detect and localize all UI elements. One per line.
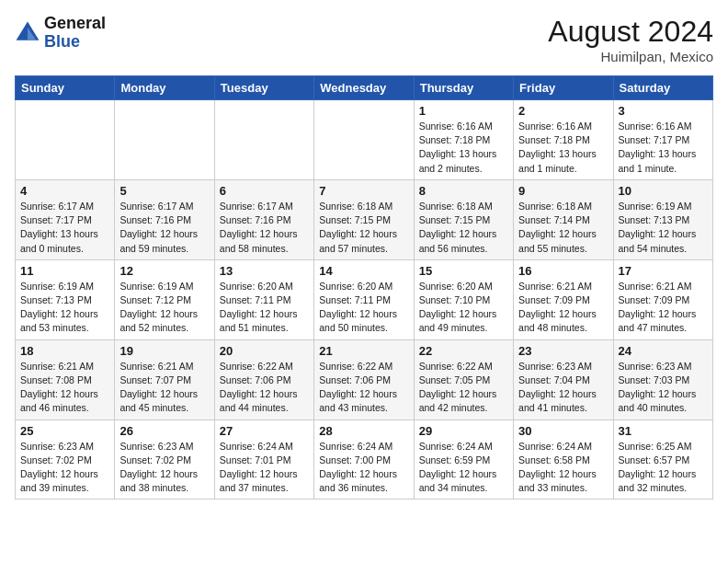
- day-number: 29: [419, 424, 508, 438]
- day-number: 30: [518, 424, 608, 438]
- day-number: 26: [119, 424, 209, 438]
- calendar-cell: 13Sunrise: 6:20 AM Sunset: 7:11 PM Dayli…: [214, 259, 313, 339]
- day-info: Sunrise: 6:16 AM Sunset: 7:17 PM Dayligh…: [619, 120, 708, 176]
- day-number: 4: [20, 184, 109, 198]
- day-info: Sunrise: 6:17 AM Sunset: 7:17 PM Dayligh…: [20, 200, 109, 256]
- day-number: 27: [220, 424, 309, 438]
- weekday-header-monday: Monday: [115, 76, 214, 100]
- day-info: Sunrise: 6:21 AM Sunset: 7:08 PM Dayligh…: [20, 360, 109, 416]
- day-number: 1: [419, 104, 508, 118]
- day-info: Sunrise: 6:20 AM Sunset: 7:10 PM Dayligh…: [419, 280, 508, 336]
- day-info: Sunrise: 6:18 AM Sunset: 7:15 PM Dayligh…: [319, 200, 408, 256]
- day-number: 24: [619, 344, 708, 358]
- calendar-cell: 28Sunrise: 6:24 AM Sunset: 7:00 PM Dayli…: [314, 419, 414, 500]
- month-year-title: August 2024: [548, 15, 713, 49]
- day-info: Sunrise: 6:23 AM Sunset: 7:03 PM Dayligh…: [619, 360, 708, 416]
- location-subtitle: Huimilpan, Mexico: [548, 49, 713, 64]
- day-number: 28: [319, 424, 408, 438]
- calendar-cell: 24Sunrise: 6:23 AM Sunset: 7:03 PM Dayli…: [613, 339, 712, 419]
- day-info: Sunrise: 6:22 AM Sunset: 7:06 PM Dayligh…: [220, 360, 309, 416]
- day-info: Sunrise: 6:21 AM Sunset: 7:09 PM Dayligh…: [518, 280, 608, 336]
- day-number: 2: [518, 104, 608, 118]
- day-info: Sunrise: 6:16 AM Sunset: 7:18 PM Dayligh…: [419, 120, 508, 176]
- day-number: 11: [20, 264, 109, 278]
- day-info: Sunrise: 6:21 AM Sunset: 7:07 PM Dayligh…: [119, 360, 209, 416]
- calendar-cell: 26Sunrise: 6:23 AM Sunset: 7:02 PM Dayli…: [115, 419, 214, 500]
- calendar-table: SundayMondayTuesdayWednesdayThursdayFrid…: [15, 75, 713, 500]
- calendar-cell: 15Sunrise: 6:20 AM Sunset: 7:10 PM Dayli…: [414, 259, 513, 339]
- calendar-cell: 10Sunrise: 6:19 AM Sunset: 7:13 PM Dayli…: [613, 179, 712, 259]
- day-number: 20: [220, 344, 309, 358]
- day-info: Sunrise: 6:23 AM Sunset: 7:04 PM Dayligh…: [518, 360, 608, 416]
- day-number: 5: [119, 184, 209, 198]
- day-info: Sunrise: 6:22 AM Sunset: 7:05 PM Dayligh…: [419, 360, 508, 416]
- day-number: 19: [119, 344, 209, 358]
- day-info: Sunrise: 6:18 AM Sunset: 7:14 PM Dayligh…: [518, 200, 608, 256]
- day-number: 21: [319, 344, 408, 358]
- weekday-header-friday: Friday: [514, 76, 613, 100]
- calendar-cell: [115, 100, 214, 180]
- day-number: 23: [518, 344, 608, 358]
- day-info: Sunrise: 6:19 AM Sunset: 7:13 PM Dayligh…: [619, 200, 708, 256]
- weekday-header-row: SundayMondayTuesdayWednesdayThursdayFrid…: [16, 76, 713, 100]
- day-info: Sunrise: 6:23 AM Sunset: 7:02 PM Dayligh…: [20, 440, 109, 496]
- calendar-week-row: 11Sunrise: 6:19 AM Sunset: 7:13 PM Dayli…: [16, 259, 713, 339]
- day-number: 7: [319, 184, 408, 198]
- weekday-header-thursday: Thursday: [414, 76, 513, 100]
- day-number: 17: [619, 264, 708, 278]
- day-number: 6: [220, 184, 309, 198]
- calendar-cell: 11Sunrise: 6:19 AM Sunset: 7:13 PM Dayli…: [16, 259, 115, 339]
- day-number: 9: [518, 184, 608, 198]
- day-info: Sunrise: 6:19 AM Sunset: 7:13 PM Dayligh…: [20, 280, 109, 336]
- calendar-cell: 1Sunrise: 6:16 AM Sunset: 7:18 PM Daylig…: [414, 100, 513, 180]
- calendar-cell: 30Sunrise: 6:24 AM Sunset: 6:58 PM Dayli…: [514, 419, 613, 500]
- calendar-cell: 8Sunrise: 6:18 AM Sunset: 7:15 PM Daylig…: [414, 179, 513, 259]
- day-number: 13: [220, 264, 309, 278]
- day-info: Sunrise: 6:17 AM Sunset: 7:16 PM Dayligh…: [119, 200, 209, 256]
- logo: General Blue: [15, 15, 106, 52]
- day-number: 14: [319, 264, 408, 278]
- day-number: 12: [119, 264, 209, 278]
- day-number: 15: [419, 264, 508, 278]
- page-header: General Blue August 2024 Huimilpan, Mexi…: [15, 15, 713, 64]
- day-number: 3: [619, 104, 708, 118]
- weekday-header-wednesday: Wednesday: [314, 76, 414, 100]
- calendar-week-row: 25Sunrise: 6:23 AM Sunset: 7:02 PM Dayli…: [16, 419, 713, 500]
- day-number: 18: [20, 344, 109, 358]
- day-number: 16: [518, 264, 608, 278]
- calendar-cell: 22Sunrise: 6:22 AM Sunset: 7:05 PM Dayli…: [414, 339, 513, 419]
- calendar-cell: [16, 100, 115, 180]
- calendar-cell: 29Sunrise: 6:24 AM Sunset: 6:59 PM Dayli…: [414, 419, 513, 500]
- day-info: Sunrise: 6:16 AM Sunset: 7:18 PM Dayligh…: [518, 120, 608, 176]
- day-info: Sunrise: 6:23 AM Sunset: 7:02 PM Dayligh…: [119, 440, 209, 496]
- calendar-cell: 14Sunrise: 6:20 AM Sunset: 7:11 PM Dayli…: [314, 259, 414, 339]
- day-number: 31: [619, 424, 708, 438]
- calendar-cell: 18Sunrise: 6:21 AM Sunset: 7:08 PM Dayli…: [16, 339, 115, 419]
- day-info: Sunrise: 6:19 AM Sunset: 7:12 PM Dayligh…: [119, 280, 209, 336]
- calendar-cell: 9Sunrise: 6:18 AM Sunset: 7:14 PM Daylig…: [514, 179, 613, 259]
- calendar-cell: 5Sunrise: 6:17 AM Sunset: 7:16 PM Daylig…: [115, 179, 214, 259]
- calendar-cell: 21Sunrise: 6:22 AM Sunset: 7:06 PM Dayli…: [314, 339, 414, 419]
- day-info: Sunrise: 6:24 AM Sunset: 6:58 PM Dayligh…: [518, 440, 608, 496]
- weekday-header-tuesday: Tuesday: [214, 76, 313, 100]
- calendar-cell: 6Sunrise: 6:17 AM Sunset: 7:16 PM Daylig…: [214, 179, 313, 259]
- day-info: Sunrise: 6:20 AM Sunset: 7:11 PM Dayligh…: [220, 280, 309, 336]
- calendar-cell: 31Sunrise: 6:25 AM Sunset: 6:57 PM Dayli…: [613, 419, 712, 500]
- calendar-cell: 16Sunrise: 6:21 AM Sunset: 7:09 PM Dayli…: [514, 259, 613, 339]
- calendar-cell: 2Sunrise: 6:16 AM Sunset: 7:18 PM Daylig…: [514, 100, 613, 180]
- calendar-cell: 3Sunrise: 6:16 AM Sunset: 7:17 PM Daylig…: [613, 100, 712, 180]
- calendar-cell: 27Sunrise: 6:24 AM Sunset: 7:01 PM Dayli…: [214, 419, 313, 500]
- logo-icon: [15, 20, 40, 46]
- calendar-cell: 4Sunrise: 6:17 AM Sunset: 7:17 PM Daylig…: [16, 179, 115, 259]
- calendar-cell: 25Sunrise: 6:23 AM Sunset: 7:02 PM Dayli…: [16, 419, 115, 500]
- calendar-cell: 17Sunrise: 6:21 AM Sunset: 7:09 PM Dayli…: [613, 259, 712, 339]
- calendar-cell: 19Sunrise: 6:21 AM Sunset: 7:07 PM Dayli…: [115, 339, 214, 419]
- title-block: August 2024 Huimilpan, Mexico: [548, 15, 713, 64]
- day-number: 10: [619, 184, 708, 198]
- calendar-cell: [214, 100, 313, 180]
- day-info: Sunrise: 6:20 AM Sunset: 7:11 PM Dayligh…: [319, 280, 408, 336]
- calendar-week-row: 18Sunrise: 6:21 AM Sunset: 7:08 PM Dayli…: [16, 339, 713, 419]
- day-info: Sunrise: 6:24 AM Sunset: 6:59 PM Dayligh…: [419, 440, 508, 496]
- day-info: Sunrise: 6:17 AM Sunset: 7:16 PM Dayligh…: [220, 200, 309, 256]
- day-info: Sunrise: 6:24 AM Sunset: 7:00 PM Dayligh…: [319, 440, 408, 496]
